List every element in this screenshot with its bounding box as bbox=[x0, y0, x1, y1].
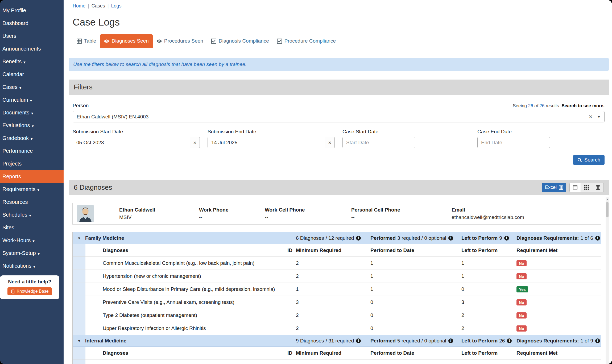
sidebar-item-label: System-Setup bbox=[2, 250, 36, 256]
sidebar-item-benefits[interactable]: Benefits bbox=[0, 55, 64, 68]
sidebar-item-projects[interactable]: Projects bbox=[0, 157, 64, 170]
case-start-date-input[interactable] bbox=[342, 137, 415, 148]
tab-procedures-seen[interactable]: Procedures Seen bbox=[153, 34, 207, 48]
left-to-perform-value: 2 bbox=[461, 325, 516, 331]
page-title: Case Logs bbox=[73, 17, 609, 28]
sidebar-item-notifications[interactable]: Notifications bbox=[0, 259, 64, 272]
chevron-down-icon bbox=[36, 250, 40, 256]
case-end-date-input[interactable] bbox=[477, 137, 550, 148]
tab-procedure-compliance[interactable]: Procedure Compliance bbox=[273, 34, 340, 48]
group-header-internal-medicine[interactable]: Internal Medicine 9 Diagnoses/ 31 requir… bbox=[73, 335, 601, 347]
trainee-avatar bbox=[77, 205, 94, 222]
row-indent bbox=[73, 244, 85, 257]
sidebar-item-dashboard[interactable]: Dashboard bbox=[0, 17, 64, 30]
breadcrumb-home-link[interactable]: Home bbox=[73, 3, 85, 9]
sidebar-item-label: My Profile bbox=[2, 7, 26, 14]
results-scrollbar[interactable] bbox=[606, 197, 609, 364]
info-icon[interactable] bbox=[356, 338, 361, 343]
case-end-date-label: Case End Date: bbox=[477, 129, 605, 135]
info-icon[interactable] bbox=[448, 338, 453, 343]
table-view-button[interactable] bbox=[592, 183, 604, 192]
eye-icon bbox=[104, 39, 109, 44]
sidebar-item-evaluations[interactable]: Evaluations bbox=[0, 119, 64, 132]
breadcrumb-logs-link[interactable]: Logs bbox=[111, 3, 121, 9]
excel-export-button[interactable]: Excel bbox=[542, 183, 566, 192]
column-header-left-to-perform: Left to Perform bbox=[461, 350, 516, 356]
submission-end-date-label: Submission End Date: bbox=[208, 129, 335, 135]
sidebar-item-requirements[interactable]: Requirements bbox=[0, 183, 64, 196]
clear-x-icon[interactable] bbox=[190, 137, 200, 148]
sidebar-item-gradebook[interactable]: Gradebook bbox=[0, 132, 64, 144]
sidebar-item-label: Reports bbox=[2, 173, 21, 180]
sidebar-item-sites[interactable]: Sites bbox=[0, 221, 64, 234]
caret-down-icon[interactable] bbox=[77, 236, 81, 241]
minimum-required-value: 2 bbox=[296, 312, 370, 318]
performed-to-date-value: 1 bbox=[370, 286, 461, 292]
search-button[interactable]: Search bbox=[573, 155, 605, 165]
chevron-down-icon bbox=[31, 237, 35, 243]
sidebar-item-users[interactable]: Users bbox=[0, 30, 64, 42]
email-label: Email bbox=[452, 207, 601, 213]
info-icon[interactable] bbox=[356, 236, 361, 241]
person-select[interactable]: Ethan Caldwell (MSIV) EN:4003 bbox=[73, 111, 605, 122]
info-icon[interactable] bbox=[448, 236, 453, 241]
group-header-family-medicine[interactable]: Family Medicine 6 Diagnoses/ 12 required… bbox=[73, 232, 601, 244]
sidebar-item-reports[interactable]: Reports bbox=[0, 170, 64, 183]
sidebar-item-calendar[interactable]: Calendar bbox=[0, 68, 64, 81]
group-requirements-stat: Diagnoses Requirements:1 of 6 bbox=[516, 235, 601, 241]
performed-to-date-value: 1 bbox=[370, 260, 461, 266]
tab-label: Procedures Seen bbox=[164, 38, 203, 44]
column-header-left-to-perform: Left to Perform bbox=[461, 247, 516, 253]
case-start-date-label: Case Start Date: bbox=[342, 129, 470, 135]
chevron-down-icon bbox=[18, 84, 22, 90]
row-indent bbox=[73, 283, 85, 296]
sidebar-item-announcements[interactable]: Announcements bbox=[0, 42, 64, 55]
group-name: Family Medicine bbox=[85, 235, 124, 241]
diagnosis-name: Mood or Sleep Disturbance in Primary Car… bbox=[85, 286, 287, 292]
info-icon[interactable] bbox=[595, 236, 600, 241]
table-view-icon bbox=[596, 185, 600, 190]
performed-to-date-value: 0 bbox=[370, 325, 461, 331]
diagnoses-table: Family Medicine 6 Diagnoses/ 12 required… bbox=[72, 232, 601, 364]
scroll-up-arrow-icon[interactable] bbox=[606, 198, 609, 201]
email-field: Email ethancaldwell@medtricslab.com bbox=[452, 207, 601, 220]
results-panel-header: 6 Diagnoses Excel bbox=[69, 180, 609, 195]
sidebar-item-cases[interactable]: Cases bbox=[0, 81, 64, 93]
sidebar-item-label: Requirements bbox=[2, 186, 36, 192]
clear-x-icon[interactable] bbox=[589, 114, 592, 120]
submission-end-date-input[interactable] bbox=[208, 137, 325, 148]
chevron-down-icon[interactable] bbox=[598, 114, 600, 119]
search-icon bbox=[577, 158, 582, 162]
tab-diagnosis-compliance[interactable]: Diagnosis Compliance bbox=[207, 34, 273, 48]
info-icon[interactable] bbox=[595, 338, 600, 343]
panel-view-button[interactable] bbox=[569, 183, 581, 192]
grid-view-button[interactable] bbox=[581, 183, 592, 192]
breadcrumb-separator bbox=[88, 3, 89, 9]
sidebar-item-work-hours[interactable]: Work-Hours bbox=[0, 234, 64, 247]
sidebar-item-my-profile[interactable]: My Profile bbox=[0, 4, 64, 17]
submission-start-date-input[interactable] bbox=[73, 137, 190, 148]
submission-start-date-label: Submission Start Date: bbox=[73, 129, 200, 135]
scrollbar-thumb[interactable] bbox=[606, 202, 609, 217]
clear-x-icon[interactable] bbox=[325, 137, 335, 148]
tab-table[interactable]: Table bbox=[73, 34, 100, 48]
help-title: Need a little help? bbox=[2, 279, 57, 285]
info-icon[interactable] bbox=[507, 338, 512, 343]
table-row: Common Musculoskeletal Complaint (e.g., … bbox=[73, 257, 601, 270]
results-body: Ethan Caldwell MSIV Work Phone -- Work C… bbox=[69, 195, 609, 364]
trainee-summary-card: Ethan Caldwell MSIV Work Phone -- Work C… bbox=[72, 203, 601, 225]
tab-label: Diagnoses Seen bbox=[111, 38, 148, 44]
caret-down-icon[interactable] bbox=[77, 338, 81, 343]
sidebar-item-schedules[interactable]: Schedules bbox=[0, 208, 64, 221]
sidebar-item-resources[interactable]: Resources bbox=[0, 196, 64, 208]
sidebar-item-system-setup[interactable]: System-Setup bbox=[0, 247, 64, 259]
left-to-perform-value: 0 bbox=[461, 286, 516, 292]
sidebar-item-performance[interactable]: Performance bbox=[0, 144, 64, 157]
info-icon[interactable] bbox=[504, 236, 509, 241]
tab-diagnoses-seen[interactable]: Diagnoses Seen bbox=[100, 34, 152, 48]
personal-cell-phone-value: -- bbox=[351, 214, 452, 220]
sidebar-item-curriculum[interactable]: Curriculum bbox=[0, 93, 64, 106]
sidebar-item-documents[interactable]: Documents bbox=[0, 106, 64, 119]
knowledge-base-button[interactable]: Knowledge Base bbox=[7, 287, 52, 295]
requirement-met-cell: No bbox=[516, 325, 601, 332]
